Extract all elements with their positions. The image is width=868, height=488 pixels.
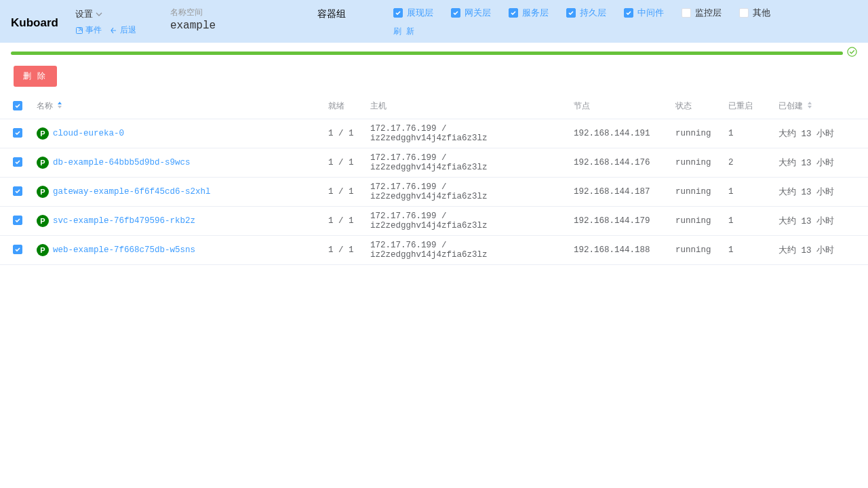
node-cell: 192.168.144.179 [568,207,670,236]
checkbox-icon [13,128,22,138]
table-row: Pcloud-eureka-01 / 1172.17.76.199 / iz2z… [0,119,868,148]
checkbox-icon [451,8,460,18]
col-node: 节点 [568,94,670,119]
back-label: 后退 [120,24,136,36]
namespace-label: 名称空间 [170,7,216,18]
name-cell: Pgateway-example-6f6f45cd6-s2xhl [31,178,323,207]
pod-badge-icon: P [37,157,49,169]
pod-badge-icon: P [37,127,49,140]
node-cell: 192.168.144.187 [568,178,670,207]
filter-checkbox[interactable]: 其他 [739,7,770,19]
filters-row: 展现层网关层服务层持久层中间件监控层其他 [393,7,770,19]
pod-link[interactable]: gateway-example-6f6f45cd6-s2xhl [53,187,211,197]
checkbox-icon [13,101,22,110]
node-cell: 192.168.144.176 [568,148,670,178]
ready-cell: 1 / 1 [323,148,365,178]
name-cell: Pweb-example-7f668c75db-w5sns [31,236,323,265]
sort-icon [56,101,63,111]
filter-label: 中间件 [637,7,664,19]
col-created[interactable]: 已创建 [773,94,868,119]
status-cell: running [670,178,723,207]
events-link[interactable]: 事件 [75,24,102,36]
filter-checkbox[interactable]: 服务层 [509,7,549,19]
table-row: Psvc-example-76fb479596-rkb2z1 / 1172.17… [0,207,868,236]
row-checkbox-cell[interactable] [0,119,31,148]
table-row: Pdb-example-64bbb5d9bd-s9wcs1 / 1172.17.… [0,148,868,178]
name-cell: Pcloud-eureka-0 [31,119,323,148]
table-body: Pcloud-eureka-01 / 1172.17.76.199 / iz2z… [0,119,868,265]
ready-cell: 1 / 1 [323,178,365,207]
checkbox-icon [624,8,633,18]
filters: 展现层网关层服务层持久层中间件监控层其他 刷 新 [393,7,770,37]
checkbox-icon [682,8,691,18]
external-icon [75,26,83,35]
filter-checkbox[interactable]: 网关层 [451,7,491,19]
filter-checkbox[interactable]: 展现层 [393,7,433,19]
restarts-cell: 1 [723,119,773,148]
settings-label: 设置 [75,8,93,20]
checkbox-icon [13,186,22,196]
namespace-block: 名称空间 example [170,7,216,32]
restarts-cell: 1 [723,178,773,207]
col-created-label: 已创建 [778,101,803,110]
pod-link[interactable]: web-example-7f668c75db-w5sns [53,245,195,255]
filter-label: 网关层 [465,7,491,19]
filter-label: 服务层 [522,7,549,19]
col-status: 状态 [670,94,723,119]
filter-checkbox[interactable]: 监控层 [682,7,722,19]
created-cell: 大约 13 小时 [773,148,868,178]
pods-table: 名称 就绪 主机 节点 状态 已重启 已创建 Pcloud-eureka-01 … [0,94,868,265]
filter-checkbox[interactable]: 持久层 [566,7,606,19]
filter-label: 持久层 [580,7,606,19]
settings-dropdown[interactable]: 设置 [75,7,136,20]
node-cell: 192.168.144.191 [568,119,670,148]
select-all-header[interactable] [0,94,31,119]
host-cell: 172.17.76.199 / iz2zedgghv14j4zfia6z3lz [365,178,568,207]
col-host: 主机 [365,94,568,119]
created-cell: 大约 13 小时 [773,236,868,265]
sort-icon [806,101,813,111]
pod-link[interactable]: cloud-eureka-0 [53,129,124,138]
checkbox-icon [509,8,518,18]
filter-label: 展现层 [407,7,433,19]
host-cell: 172.17.76.199 / iz2zedgghv14j4zfia6z3lz [365,207,568,236]
host-cell: 172.17.76.199 / iz2zedgghv14j4zfia6z3lz [365,119,568,148]
ready-cell: 1 / 1 [323,207,365,236]
name-cell: Pdb-example-64bbb5d9bd-s9wcs [31,148,323,178]
ready-cell: 1 / 1 [323,236,365,265]
events-label: 事件 [85,24,102,36]
row-checkbox-cell[interactable] [0,236,31,265]
settings-block: 设置 事件 后退 [75,7,136,36]
refresh-link[interactable]: 刷 新 [393,26,770,37]
pod-link[interactable]: db-example-64bbb5d9bd-s9wcs [53,158,191,167]
toolbar: 删 除 [0,62,868,94]
col-restarts: 已重启 [723,94,773,119]
row-checkbox-cell[interactable] [0,207,31,236]
table-row: Pweb-example-7f668c75db-w5sns1 / 1172.17… [0,236,868,265]
pod-link[interactable]: svc-example-76fb479596-rkb2z [53,216,195,226]
node-cell: 192.168.144.188 [568,236,670,265]
col-name[interactable]: 名称 [31,94,323,119]
created-cell: 大约 13 小时 [773,119,868,148]
filter-checkbox[interactable]: 中间件 [624,7,664,19]
restarts-cell: 2 [723,148,773,178]
svg-point-1 [848,47,856,56]
delete-button[interactable]: 删 除 [14,66,57,87]
back-link[interactable]: 后退 [110,24,136,36]
created-cell: 大约 13 小时 [773,207,868,236]
status-cell: running [670,119,723,148]
host-cell: 172.17.76.199 / iz2zedgghv14j4zfia6z3lz [365,148,568,178]
filter-label: 其他 [753,7,770,19]
brand-title: Kuboard [11,7,62,30]
header: Kuboard 设置 事件 后退 名称空间 example [0,0,868,43]
checkbox-icon [13,245,22,254]
row-checkbox-cell[interactable] [0,178,31,207]
status-cell: running [670,236,723,265]
col-ready: 就绪 [323,94,365,119]
status-cell: running [670,207,723,236]
row-checkbox-cell[interactable] [0,148,31,178]
checkbox-icon [393,8,403,18]
pod-badge-icon: P [37,215,49,227]
restarts-cell: 1 [723,236,773,265]
pod-badge-icon: P [37,244,49,256]
